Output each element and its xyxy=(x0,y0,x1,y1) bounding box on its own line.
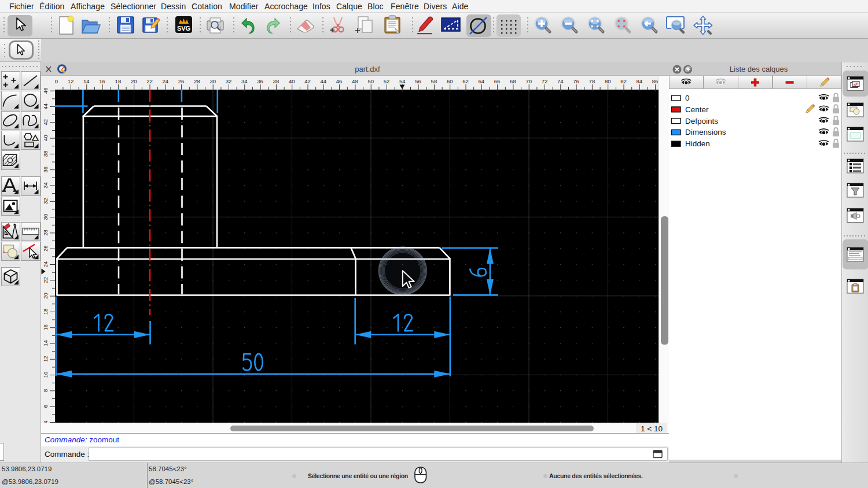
svg-text:76: 76 xyxy=(573,78,579,84)
svg-text:28: 28 xyxy=(42,230,49,236)
svg-text:24: 24 xyxy=(42,261,49,268)
svg-text:40: 40 xyxy=(289,78,295,84)
svg-text:44: 44 xyxy=(321,78,327,84)
svg-text:32: 32 xyxy=(226,78,232,84)
svg-text:42: 42 xyxy=(304,78,311,84)
svg-text:82: 82 xyxy=(620,78,627,84)
svg-text:18: 18 xyxy=(115,78,122,84)
svg-text:74: 74 xyxy=(557,78,564,84)
svg-text:22: 22 xyxy=(42,277,49,283)
svg-text:18: 18 xyxy=(42,309,49,315)
svg-text:26: 26 xyxy=(178,78,185,84)
svg-text:48: 48 xyxy=(352,78,358,84)
svg-text:24: 24 xyxy=(163,78,169,84)
svg-text:SVG: SVG xyxy=(177,25,190,32)
svg-text:40: 40 xyxy=(42,135,49,141)
svg-text:28: 28 xyxy=(194,78,200,84)
svg-text:84: 84 xyxy=(637,78,643,84)
svg-text:54: 54 xyxy=(399,78,406,84)
svg-text:34: 34 xyxy=(241,78,248,84)
svg-text:86: 86 xyxy=(652,78,659,84)
svg-text:30: 30 xyxy=(42,214,49,220)
svg-text:0: 0 xyxy=(685,94,690,102)
svg-text:36: 36 xyxy=(42,167,49,173)
svg-text:Defpoints: Defpoints xyxy=(685,117,718,125)
svg-text:68: 68 xyxy=(510,78,516,84)
svg-text:38: 38 xyxy=(42,151,49,157)
svg-text:52: 52 xyxy=(384,78,390,84)
svg-text:50: 50 xyxy=(367,78,374,84)
svg-text:46: 46 xyxy=(42,87,49,94)
svg-text:Center: Center xyxy=(685,105,709,114)
svg-text:66: 66 xyxy=(494,78,501,84)
svg-text:42: 42 xyxy=(42,119,49,125)
svg-text:22: 22 xyxy=(146,78,153,84)
svg-text:14: 14 xyxy=(83,78,90,84)
svg-text:10: 10 xyxy=(42,372,49,378)
svg-text:12: 12 xyxy=(42,356,49,363)
svg-text:62: 62 xyxy=(462,78,469,84)
svg-text:26: 26 xyxy=(42,245,49,252)
svg-text:80: 80 xyxy=(605,78,611,84)
svg-text:6: 6 xyxy=(42,405,49,408)
svg-text:46: 46 xyxy=(336,78,343,84)
svg-text:14: 14 xyxy=(42,340,49,346)
svg-text:60: 60 xyxy=(447,78,453,84)
svg-text:44: 44 xyxy=(42,103,49,110)
svg-text:12: 12 xyxy=(68,78,74,84)
svg-text:32: 32 xyxy=(42,198,49,205)
svg-text:Dimensions: Dimensions xyxy=(685,128,726,136)
svg-text:20: 20 xyxy=(42,293,49,299)
svg-text:58: 58 xyxy=(431,78,437,84)
svg-text:20: 20 xyxy=(131,78,137,84)
svg-text:70: 70 xyxy=(525,78,532,84)
svg-text:8: 8 xyxy=(42,389,49,392)
svg-text:30: 30 xyxy=(209,78,216,84)
svg-text:Hidden: Hidden xyxy=(685,139,710,148)
svg-text:16: 16 xyxy=(42,324,49,331)
svg-text:34: 34 xyxy=(42,182,49,188)
svg-text:72: 72 xyxy=(542,78,548,84)
svg-text:16: 16 xyxy=(99,78,105,84)
svg-text:56: 56 xyxy=(415,78,421,84)
svg-text:36: 36 xyxy=(257,78,263,84)
svg-text:64: 64 xyxy=(479,78,485,84)
svg-text:38: 38 xyxy=(273,78,279,84)
svg-text:10: 10 xyxy=(55,78,58,84)
svg-text:78: 78 xyxy=(589,78,595,84)
